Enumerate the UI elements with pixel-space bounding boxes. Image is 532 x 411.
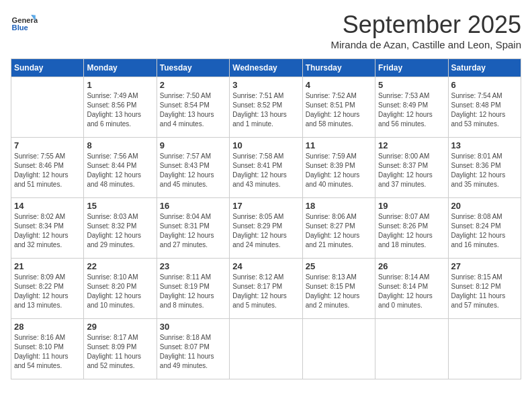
calendar-cell: 13Sunrise: 8:01 AMSunset: 8:36 PMDayligh… (448, 138, 521, 198)
day-info: Sunrise: 7:49 AMSunset: 8:56 PMDaylight:… (87, 91, 153, 129)
day-number: 10 (232, 140, 299, 150)
calendar-cell: 8Sunrise: 7:56 AMSunset: 8:44 PMDaylight… (84, 138, 157, 198)
weekday-header: Saturday (448, 59, 521, 77)
calendar-cell: 1Sunrise: 7:49 AMSunset: 8:56 PMDaylight… (84, 77, 157, 138)
calendar-cell: 15Sunrise: 8:03 AMSunset: 8:32 PMDayligh… (84, 198, 157, 259)
weekday-header: Wednesday (230, 59, 302, 77)
calendar-cell (11, 77, 84, 138)
day-info: Sunrise: 8:02 AMSunset: 8:34 PMDaylight:… (14, 212, 81, 250)
calendar-cell: 6Sunrise: 7:54 AMSunset: 8:48 PMDaylight… (448, 77, 521, 138)
calendar-cell: 23Sunrise: 8:11 AMSunset: 8:19 PMDayligh… (157, 259, 229, 319)
calendar-cell (375, 319, 448, 379)
calendar-cell: 11Sunrise: 7:59 AMSunset: 8:39 PMDayligh… (302, 138, 375, 198)
day-info: Sunrise: 8:04 AMSunset: 8:31 PMDaylight:… (160, 212, 226, 250)
day-info: Sunrise: 7:55 AMSunset: 8:46 PMDaylight:… (14, 152, 81, 189)
calendar-cell: 7Sunrise: 7:55 AMSunset: 8:46 PMDaylight… (11, 138, 84, 198)
calendar-cell: 27Sunrise: 8:15 AMSunset: 8:12 PMDayligh… (448, 259, 521, 319)
calendar-cell: 12Sunrise: 8:00 AMSunset: 8:37 PMDayligh… (375, 138, 448, 198)
day-info: Sunrise: 8:18 AMSunset: 8:07 PMDaylight:… (160, 333, 226, 371)
calendar-cell: 17Sunrise: 8:05 AMSunset: 8:29 PMDayligh… (230, 198, 302, 259)
day-number: 20 (451, 201, 518, 211)
day-info: Sunrise: 8:05 AMSunset: 8:29 PMDaylight:… (232, 212, 299, 250)
calendar-cell: 20Sunrise: 8:08 AMSunset: 8:24 PMDayligh… (448, 198, 521, 259)
day-info: Sunrise: 8:14 AMSunset: 8:14 PMDaylight:… (378, 273, 445, 310)
day-info: Sunrise: 8:12 AMSunset: 8:17 PMDaylight:… (232, 273, 299, 310)
day-number: 25 (306, 261, 372, 271)
day-info: Sunrise: 8:17 AMSunset: 8:09 PMDaylight:… (87, 333, 153, 371)
day-number: 29 (87, 322, 153, 332)
day-number: 11 (306, 140, 372, 150)
day-number: 17 (232, 201, 299, 211)
day-number: 15 (87, 201, 153, 211)
day-info: Sunrise: 7:59 AMSunset: 8:39 PMDaylight:… (306, 152, 372, 189)
week-row: 7Sunrise: 7:55 AMSunset: 8:46 PMDaylight… (11, 138, 521, 198)
weekday-header-row: SundayMondayTuesdayWednesdayThursdayFrid… (11, 59, 521, 77)
day-number: 9 (160, 140, 226, 150)
calendar-cell: 16Sunrise: 8:04 AMSunset: 8:31 PMDayligh… (157, 198, 229, 259)
day-number: 24 (232, 261, 299, 271)
calendar-cell: 3Sunrise: 7:51 AMSunset: 8:52 PMDaylight… (230, 77, 302, 138)
week-row: 1Sunrise: 7:49 AMSunset: 8:56 PMDaylight… (11, 77, 521, 138)
day-info: Sunrise: 8:06 AMSunset: 8:27 PMDaylight:… (306, 212, 372, 250)
day-info: Sunrise: 7:56 AMSunset: 8:44 PMDaylight:… (87, 152, 153, 189)
day-info: Sunrise: 7:50 AMSunset: 8:54 PMDaylight:… (160, 91, 226, 129)
day-number: 6 (451, 80, 518, 90)
calendar-cell: 18Sunrise: 8:06 AMSunset: 8:27 PMDayligh… (302, 198, 375, 259)
day-number: 2 (160, 80, 226, 90)
day-number: 21 (14, 261, 81, 271)
day-info: Sunrise: 8:01 AMSunset: 8:36 PMDaylight:… (451, 152, 518, 189)
calendar-cell (302, 319, 375, 379)
location: Miranda de Azan, Castille and Leon, Spai… (330, 39, 521, 50)
month-title: September 2025 (330, 11, 521, 39)
weekday-header: Monday (84, 59, 157, 77)
weekday-header: Sunday (11, 59, 84, 77)
calendar-cell: 9Sunrise: 7:57 AMSunset: 8:43 PMDaylight… (157, 138, 229, 198)
day-number: 26 (378, 261, 445, 271)
calendar-cell: 10Sunrise: 7:58 AMSunset: 8:41 PMDayligh… (230, 138, 302, 198)
logo: General Blue (11, 11, 38, 38)
calendar-cell: 14Sunrise: 8:02 AMSunset: 8:34 PMDayligh… (11, 198, 84, 259)
calendar-cell: 19Sunrise: 8:07 AMSunset: 8:26 PMDayligh… (375, 198, 448, 259)
day-info: Sunrise: 8:11 AMSunset: 8:19 PMDaylight:… (160, 273, 226, 310)
title-area: September 2025 Miranda de Azan, Castille… (330, 11, 521, 50)
day-info: Sunrise: 8:09 AMSunset: 8:22 PMDaylight:… (14, 273, 81, 310)
svg-text:Blue: Blue (12, 24, 28, 32)
day-info: Sunrise: 8:00 AMSunset: 8:37 PMDaylight:… (378, 152, 445, 189)
calendar-cell: 28Sunrise: 8:16 AMSunset: 8:10 PMDayligh… (11, 319, 84, 379)
day-info: Sunrise: 8:16 AMSunset: 8:10 PMDaylight:… (14, 333, 81, 371)
day-info: Sunrise: 7:51 AMSunset: 8:52 PMDaylight:… (232, 91, 299, 129)
day-number: 19 (378, 201, 445, 211)
calendar-cell: 22Sunrise: 8:10 AMSunset: 8:20 PMDayligh… (84, 259, 157, 319)
day-info: Sunrise: 7:52 AMSunset: 8:51 PMDaylight:… (306, 91, 372, 129)
day-info: Sunrise: 8:13 AMSunset: 8:15 PMDaylight:… (306, 273, 372, 310)
day-info: Sunrise: 8:15 AMSunset: 8:12 PMDaylight:… (451, 273, 518, 310)
day-number: 4 (306, 80, 372, 90)
day-info: Sunrise: 7:54 AMSunset: 8:48 PMDaylight:… (451, 91, 518, 129)
day-number: 27 (451, 261, 518, 271)
calendar-cell: 4Sunrise: 7:52 AMSunset: 8:51 PMDaylight… (302, 77, 375, 138)
week-row: 14Sunrise: 8:02 AMSunset: 8:34 PMDayligh… (11, 198, 521, 259)
day-number: 30 (160, 322, 226, 332)
calendar-cell: 21Sunrise: 8:09 AMSunset: 8:22 PMDayligh… (11, 259, 84, 319)
day-info: Sunrise: 8:07 AMSunset: 8:26 PMDaylight:… (378, 212, 445, 250)
weekday-header: Friday (375, 59, 448, 77)
day-info: Sunrise: 8:08 AMSunset: 8:24 PMDaylight:… (451, 212, 518, 250)
page-header: General Blue September 2025 Miranda de A… (11, 11, 521, 50)
calendar-cell: 25Sunrise: 8:13 AMSunset: 8:15 PMDayligh… (302, 259, 375, 319)
calendar-cell (230, 319, 302, 379)
day-number: 7 (14, 140, 81, 150)
weekday-header: Tuesday (157, 59, 229, 77)
day-number: 3 (232, 80, 299, 90)
logo-icon: General Blue (11, 11, 38, 38)
week-row: 21Sunrise: 8:09 AMSunset: 8:22 PMDayligh… (11, 259, 521, 319)
day-info: Sunrise: 7:58 AMSunset: 8:41 PMDaylight:… (232, 152, 299, 189)
day-info: Sunrise: 7:57 AMSunset: 8:43 PMDaylight:… (160, 152, 226, 189)
calendar-cell: 30Sunrise: 8:18 AMSunset: 8:07 PMDayligh… (157, 319, 229, 379)
weekday-header: Thursday (302, 59, 375, 77)
day-number: 22 (87, 261, 153, 271)
week-row: 28Sunrise: 8:16 AMSunset: 8:10 PMDayligh… (11, 319, 521, 379)
calendar-cell (448, 319, 521, 379)
calendar-cell: 5Sunrise: 7:53 AMSunset: 8:49 PMDaylight… (375, 77, 448, 138)
day-number: 28 (14, 322, 81, 332)
calendar-cell: 29Sunrise: 8:17 AMSunset: 8:09 PMDayligh… (84, 319, 157, 379)
